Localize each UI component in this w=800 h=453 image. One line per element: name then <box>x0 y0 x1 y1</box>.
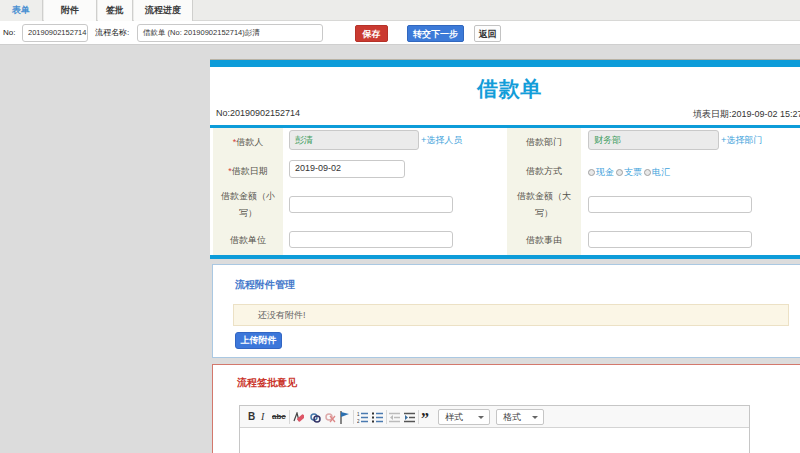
svg-text:2: 2 <box>357 419 360 423</box>
svg-text:1: 1 <box>357 412 360 417</box>
